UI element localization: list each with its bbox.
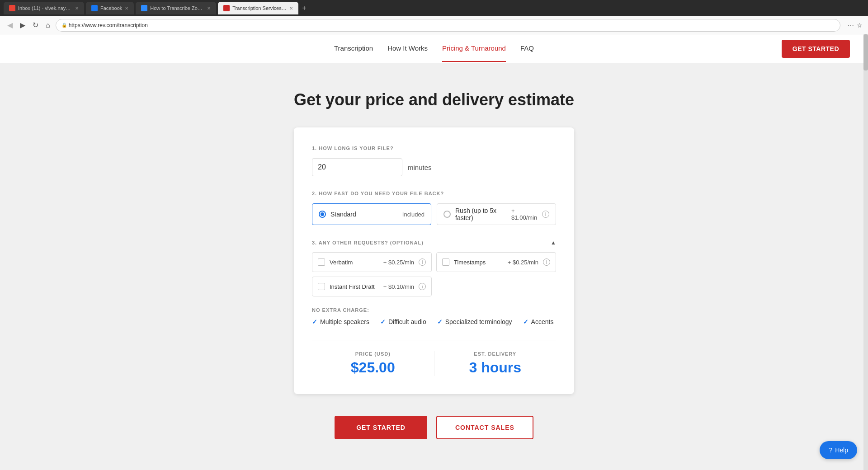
instant-draft-name: Instant First Draft: [330, 283, 375, 290]
nav-how-it-works[interactable]: How It Works: [387, 35, 428, 62]
scrollbar[interactable]: [863, 34, 868, 470]
instant-draft-price: + $0.10/min: [383, 283, 414, 290]
instant-draft-info-icon[interactable]: i: [419, 283, 426, 290]
no-extra-audio: ✓ Difficult audio: [380, 318, 426, 325]
bookmark-star-icon[interactable]: ☆: [857, 22, 863, 29]
standard-radio: [319, 211, 326, 218]
tab-zoom-close[interactable]: ✕: [207, 6, 211, 11]
rush-name: Rush (up to 5x faster): [455, 207, 507, 221]
speakers-label: Multiple speakers: [320, 318, 369, 325]
speed-option-rush[interactable]: Rush (up to 5x faster) + $1.00/min i: [437, 203, 556, 225]
main-content: Get your price and delivery estimate 1. …: [0, 63, 868, 470]
home-button[interactable]: ⌂: [44, 19, 52, 31]
nav-pricing[interactable]: Pricing & Turnaround: [442, 35, 506, 62]
verbatim-info-icon[interactable]: i: [419, 258, 426, 266]
toolbar-actions: ⋯ ☆: [848, 22, 863, 29]
tab-zoom[interactable]: How to Transcribe Zoom Reco... ✕: [136, 2, 216, 14]
price-col-delivery: EST. DELIVERY 3 hours: [434, 351, 557, 376]
tab-facebook-close[interactable]: ✕: [125, 6, 128, 11]
tab-rev[interactable]: Transcription Services | Audio &... ✕: [218, 2, 298, 14]
url-text: https://www.rev.com/transcription: [69, 22, 148, 28]
nav-transcription[interactable]: Transcription: [334, 35, 373, 62]
tab-gmail-close[interactable]: ✕: [75, 6, 79, 11]
file-length-label: 1. HOW LONG IS YOUR FILE?: [312, 146, 556, 151]
timestamps-price: + $0.25/min: [508, 259, 538, 266]
zoom-favicon: [141, 5, 147, 11]
speed-option-standard[interactable]: Standard Included: [312, 203, 431, 225]
speakers-check-icon: ✓: [312, 318, 317, 325]
terminology-check-icon: ✓: [437, 318, 443, 325]
tab-gmail[interactable]: Inbox (11) - vivek.nayyar1107@... ✕: [4, 2, 84, 14]
extras-section: 3. ANY OTHER REQUESTS? (OPTIONAL) ▲ Verb…: [312, 240, 556, 296]
nav-faq[interactable]: FAQ: [520, 35, 534, 62]
price-row: PRICE (USD) $25.00 EST. DELIVERY 3 hours: [312, 340, 556, 376]
tab-facebook-label: Facebook: [100, 5, 122, 11]
help-button[interactable]: ? Help: [820, 441, 857, 459]
delivery-value: 3 hours: [434, 359, 557, 376]
extras-header: 3. ANY OTHER REQUESTS? (OPTIONAL) ▲: [312, 240, 556, 246]
timestamps-info-icon[interactable]: i: [543, 258, 550, 266]
browser-toolbar: ◀ ▶ ↻ ⌂ 🔒 https://www.rev.com/transcript…: [0, 16, 868, 34]
instant-draft-checkbox[interactable]: [318, 283, 325, 290]
calculator-card: 1. HOW LONG IS YOUR FILE? minutes 2. HOW…: [294, 127, 574, 394]
extra-timestamps[interactable]: Timestamps + $0.25/min i: [436, 252, 556, 272]
timestamps-checkbox[interactable]: [442, 258, 449, 266]
header-nav: Transcription How It Works Pricing & Tur…: [334, 35, 534, 62]
menu-dots-icon[interactable]: ⋯: [848, 22, 854, 29]
price-usd-value: $25.00: [312, 359, 434, 376]
verbatim-name: Verbatim: [330, 259, 353, 266]
page-header: Transcription How It Works Pricing & Tur…: [0, 34, 868, 63]
browser-chrome: Inbox (11) - vivek.nayyar1107@... ✕ Face…: [0, 0, 868, 16]
accents-label: Accents: [531, 318, 554, 325]
page-title: Get your price and delivery estimate: [294, 90, 574, 109]
rush-radio: [443, 211, 451, 218]
accents-check-icon: ✓: [523, 318, 528, 325]
standard-name: Standard: [330, 211, 356, 218]
standard-price: Included: [402, 211, 425, 218]
get-started-button[interactable]: GET STARTED: [335, 416, 427, 439]
help-label: Help: [835, 446, 848, 454]
price-col-usd: PRICE (USD) $25.00: [312, 351, 434, 376]
verbatim-price: + $0.25/min: [383, 259, 414, 266]
tab-rev-close[interactable]: ✕: [289, 6, 293, 11]
speed-options: Standard Included Rush (up to 5x faster)…: [312, 203, 556, 225]
rev-favicon: [223, 5, 230, 11]
file-length-row: minutes: [312, 158, 556, 176]
tab-facebook[interactable]: Facebook ✕: [86, 2, 134, 14]
scrollbar-thumb[interactable]: [863, 34, 868, 70]
facebook-favicon: [91, 5, 98, 11]
help-icon: ?: [829, 446, 832, 454]
contact-sales-button[interactable]: CONTACT SALES: [436, 416, 533, 439]
tab-rev-label: Transcription Services | Audio &...: [232, 5, 287, 11]
refresh-button[interactable]: ↻: [31, 19, 40, 31]
price-usd-label: PRICE (USD): [312, 351, 434, 357]
timestamps-name: Timestamps: [454, 259, 486, 266]
audio-check-icon: ✓: [380, 318, 386, 325]
no-extra-terminology: ✓ Specialized terminology: [437, 318, 512, 325]
extras-chevron-icon[interactable]: ▲: [551, 240, 556, 246]
header-get-started-button[interactable]: GET STARTED: [782, 40, 850, 58]
address-bar[interactable]: 🔒 https://www.rev.com/transcription: [56, 19, 840, 32]
back-button[interactable]: ◀: [5, 19, 14, 31]
terminology-label: Specialized terminology: [445, 318, 512, 325]
no-extra-accents: ✓ Accents: [523, 318, 554, 325]
minutes-unit-label: minutes: [408, 164, 432, 171]
new-tab-button[interactable]: +: [302, 4, 306, 12]
extra-instant-draft[interactable]: Instant First Draft + $0.10/min i: [312, 277, 432, 296]
verbatim-checkbox[interactable]: [318, 258, 325, 266]
rush-price: + $1.00/min: [511, 207, 538, 221]
speed-section-label: 2. HOW FAST DO YOU NEED YOUR FILE BACK?: [312, 191, 556, 196]
extra-verbatim[interactable]: Verbatim + $0.25/min i: [312, 252, 432, 272]
ssl-lock-icon: 🔒: [61, 23, 67, 28]
file-length-section: 1. HOW LONG IS YOUR FILE? minutes: [312, 146, 556, 176]
no-extra-items: ✓ Multiple speakers ✓ Difficult audio ✓ …: [312, 318, 556, 325]
rush-info-icon[interactable]: i: [542, 211, 549, 218]
tab-zoom-label: How to Transcribe Zoom Reco...: [150, 5, 204, 11]
no-extra-label: NO EXTRA CHARGE:: [312, 307, 556, 313]
audio-label: Difficult audio: [388, 318, 426, 325]
forward-button[interactable]: ▶: [18, 19, 27, 31]
extras-grid: Verbatim + $0.25/min i Timestamps + $0.2…: [312, 252, 556, 296]
no-extra-section: NO EXTRA CHARGE: ✓ Multiple speakers ✓ D…: [312, 307, 556, 325]
minutes-input[interactable]: [312, 158, 402, 176]
tab-gmail-label: Inbox (11) - vivek.nayyar1107@...: [18, 5, 72, 11]
